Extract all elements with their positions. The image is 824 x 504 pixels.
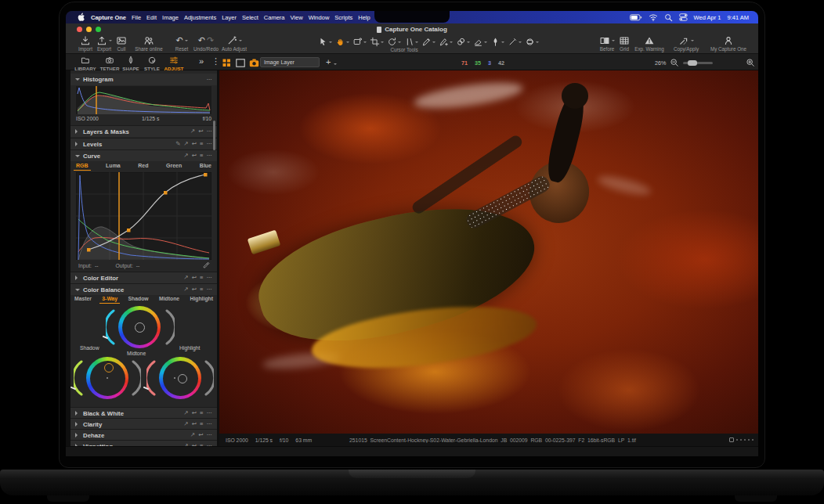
rating-dot[interactable]	[752, 439, 754, 441]
presets-menu-icon[interactable]: ≡	[200, 286, 203, 293]
control-center-icon[interactable]	[679, 13, 688, 21]
color-tag-icon[interactable]	[729, 437, 734, 442]
white-balance-tool-button[interactable]	[525, 37, 539, 47]
reset-adjustments-icon[interactable]: ↩	[198, 128, 203, 135]
zoom-out-icon[interactable]	[670, 58, 679, 67]
reset-adjustments-icon[interactable]: ↩	[192, 286, 197, 293]
tab-tether[interactable]: TETHER	[99, 56, 121, 71]
presets-menu-icon[interactable]: ≡	[200, 275, 203, 281]
shadow-lightness-arc[interactable]	[132, 358, 141, 398]
midtone-wheel-indicator[interactable]	[135, 322, 145, 333]
wifi-icon[interactable]	[649, 13, 658, 21]
cb-tab-highlight[interactable]: Highlight	[188, 295, 215, 304]
panel-header-levels[interactable]: Levels ✎ ↗ ↩ ≡ ⋯	[70, 138, 217, 149]
pan-hand-tool-button[interactable]	[335, 37, 349, 47]
cb-tab-midtone[interactable]: Midtone	[157, 295, 182, 304]
more-icon[interactable]: ⋯	[207, 141, 213, 147]
copy-adjustments-icon[interactable]: ↗	[184, 275, 189, 281]
curve-tab-blue[interactable]: Blue	[197, 162, 214, 171]
my-capture-one-button[interactable]: My Capture One	[707, 35, 750, 52]
tab-style[interactable]: STYLE	[142, 56, 162, 71]
presets-menu-icon[interactable]: ≡	[200, 141, 203, 147]
highlight-saturation-arc[interactable]	[146, 358, 156, 398]
spot-removal-tool-button[interactable]	[421, 37, 435, 47]
rating-dot[interactable]	[744, 439, 746, 441]
tab-adjust[interactable]: ADJUST	[163, 56, 185, 71]
copy-adjustments-icon[interactable]: ↗	[190, 432, 195, 438]
share-online-button[interactable]: Share online	[128, 35, 169, 52]
panel-header-dehaze[interactable]: Dehaze ↗ ↩ ⋯	[70, 429, 217, 441]
reset-adjustments-icon[interactable]: ↩	[192, 410, 197, 416]
copy-adjustments-icon[interactable]: ↗	[184, 141, 189, 147]
presets-menu-icon[interactable]: ≡	[200, 153, 203, 159]
curve-tab-luma[interactable]: Luma	[103, 162, 123, 171]
menu-item-scripts[interactable]: Scripts	[334, 14, 352, 21]
more-icon[interactable]: ⋯	[207, 128, 213, 135]
more-tools-button[interactable]: ⋮	[211, 56, 220, 67]
straighten-tool-button[interactable]	[404, 37, 418, 47]
erase-tool-button[interactable]	[473, 37, 487, 47]
more-icon[interactable]: ⋯	[207, 275, 213, 281]
copy-adjustments-icon[interactable]: ↗	[184, 410, 189, 416]
menu-item-image[interactable]: Image	[162, 14, 179, 21]
histogram-graph[interactable]	[76, 86, 211, 114]
reset-adjustments-icon[interactable]: ↩	[192, 275, 197, 281]
rating-dot[interactable]	[736, 439, 738, 441]
spotlight-search-icon[interactable]	[664, 13, 673, 22]
exposure-warning-button[interactable]: Exp. Warning	[631, 35, 667, 52]
menu-item-file[interactable]: File	[132, 14, 141, 21]
cb-tab-3way[interactable]: 3-Way	[99, 295, 120, 304]
copy-apply-button[interactable]: Copy/Apply	[667, 35, 705, 52]
highlight-lightness-arc[interactable]	[204, 358, 214, 398]
pen-tool-button[interactable]	[508, 37, 522, 47]
zoom-in-icon[interactable]	[746, 58, 755, 67]
rating-dot[interactable]	[740, 439, 742, 441]
viewer-image[interactable]	[219, 70, 758, 434]
midtone-saturation-arc[interactable]	[106, 308, 115, 347]
panel-header-color-balance[interactable]: Color Balance ↗ ↩ ≡ ⋯	[70, 283, 217, 295]
chevron-down-icon[interactable]	[334, 63, 337, 67]
panel-header-layers-masks[interactable]: Layers & Masks ↗ ↩ ⋯	[70, 125, 217, 137]
menu-item-camera[interactable]: Camera	[264, 14, 285, 21]
curve-tab-rgb[interactable]: RGB	[74, 162, 91, 171]
thumbnails-grid-icon[interactable]	[222, 59, 231, 67]
more-icon[interactable]: ⋯	[207, 286, 213, 293]
more-icon[interactable]: ⋯	[207, 421, 213, 427]
rating-dot[interactable]	[748, 439, 750, 441]
menu-item-edit[interactable]: Edit	[146, 14, 157, 21]
reset-adjustments-icon[interactable]: ↩	[198, 432, 203, 438]
menu-item-window[interactable]: Window	[309, 14, 330, 21]
sidebar-scrollbar[interactable]	[213, 121, 215, 150]
menu-item-layer[interactable]: Layer	[222, 14, 237, 21]
panel-header-color-editor[interactable]: Color Editor ↗ ↩ ≡ ⋯	[70, 272, 217, 283]
reset-adjustments-icon[interactable]: ↩	[192, 421, 197, 427]
draw-mask-tool-button[interactable]	[490, 37, 504, 47]
tab-library[interactable]: LIBRARY	[74, 56, 97, 71]
clone-tool-button[interactable]	[456, 37, 470, 47]
menu-app-name[interactable]: Capture One	[91, 14, 126, 21]
viewer-mode-icon[interactable]	[236, 59, 245, 67]
cb-tab-shadow[interactable]: Shadow	[126, 295, 151, 304]
cb-tab-master[interactable]: Master	[72, 295, 94, 304]
presets-menu-icon[interactable]: ≡	[200, 410, 203, 416]
panel-header-vignetting[interactable]: Vignetting ↗ ↩ ≡ ⋯	[70, 440, 217, 446]
copy-adjustments-icon[interactable]: ↗	[184, 286, 189, 293]
menu-item-view[interactable]: View	[291, 14, 303, 21]
copy-adjustments-icon[interactable]: ↗	[184, 421, 189, 427]
live-view-camera-icon[interactable]	[249, 59, 259, 67]
styles-tool-button[interactable]	[352, 37, 367, 47]
rotate-tool-button[interactable]	[387, 37, 401, 47]
panel-header-histogram[interactable]: Histogram ⋯	[70, 74, 217, 85]
panel-header-clarity[interactable]: Clarity ↗ ↩ ≡ ⋯	[70, 418, 217, 430]
battery-icon[interactable]	[630, 14, 642, 21]
edit-pen-icon[interactable]: ✎	[175, 141, 180, 147]
midtone-lightness-arc[interactable]	[165, 308, 175, 347]
curve-tab-green[interactable]: Green	[164, 162, 184, 171]
layer-select[interactable]: Image Layer	[260, 57, 320, 67]
highlight-wheel-indicator[interactable]	[178, 374, 187, 383]
presets-menu-icon[interactable]: ≡	[200, 421, 203, 427]
auto-adjust-button[interactable]: Auto Adjust	[216, 35, 252, 52]
more-icon[interactable]: ⋯	[207, 153, 213, 159]
apple-logo-icon[interactable]	[78, 13, 85, 22]
curve-tab-red[interactable]: Red	[136, 162, 150, 171]
